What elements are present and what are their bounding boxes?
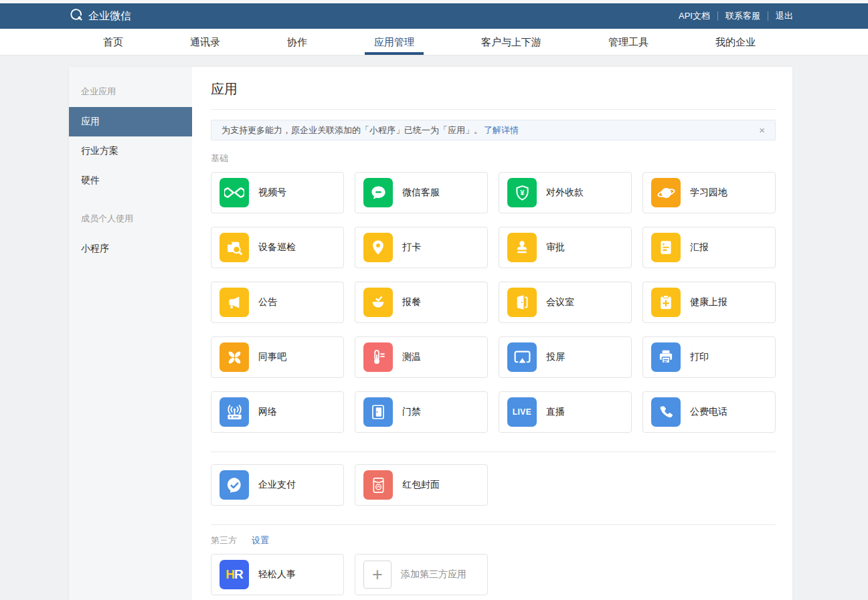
content-container: 企业应用应用行业方案硬件成员个人使用小程序 应用 为支持更多能力，原企业关联添加… (69, 67, 792, 600)
app-card-easy-hr[interactable]: HR轻松人事 (211, 554, 344, 595)
sidebar-item-mini-programs[interactable]: 小程序 (69, 234, 192, 264)
app-card-label: 学习园地 (690, 187, 727, 199)
brand[interactable]: 企业微信 (69, 7, 131, 25)
topbar-link-logout[interactable]: 退出 (768, 11, 793, 21)
chat-bubble-icon (363, 178, 393, 207)
tab-collaboration[interactable]: 协作 (278, 29, 317, 55)
router-icon (220, 397, 249, 427)
app-card-door-access[interactable]: 门禁 (355, 391, 488, 433)
app-card-label: 企业支付 (258, 479, 296, 491)
app-card-meal-order[interactable]: 报餐 (355, 282, 488, 323)
notice-banner: 为支持更多能力，原企业关联添加的「小程序」已统一为「应用」。 了解详情 × (211, 120, 776, 140)
app-card-red-packet-cover[interactable]: 红包封面 (355, 464, 488, 506)
app-card-label: 投屏 (546, 351, 565, 363)
phone-icon (651, 397, 681, 427)
svg-text:¥: ¥ (520, 188, 525, 196)
app-card-label: 直播 (546, 406, 565, 418)
app-card-enterprise-pay[interactable]: 企业支付 (211, 464, 344, 506)
app-card-label: 设备巡检 (258, 241, 296, 254)
app-card-label: 健康上报 (690, 296, 727, 308)
sidebar-group-header: 成员个人使用 (69, 209, 192, 234)
app-card-channels[interactable]: 视频号 (211, 172, 344, 213)
wechat-work-logo-icon (69, 7, 84, 25)
report-doc-icon (651, 233, 681, 262)
sidebar-group-0: 企业应用应用行业方案硬件 (69, 82, 192, 195)
channels-icon (220, 178, 249, 207)
app-card-announcement[interactable]: 公告 (211, 282, 344, 323)
app-card-label: 汇报 (690, 241, 709, 254)
app-card-paid-call[interactable]: 公费电话 (642, 391, 776, 433)
third-party-settings-link[interactable]: 设置 (252, 534, 269, 546)
camera-inspect-icon (220, 233, 249, 262)
app-card-work-report[interactable]: 汇报 (642, 227, 776, 268)
app-card-label: 测温 (402, 351, 421, 363)
sidebar-group-header: 企业应用 (69, 82, 192, 107)
app-card-label: 网络 (258, 406, 277, 418)
pay-bubble-icon (220, 470, 249, 500)
app-card-meeting-room[interactable]: 会议室 (499, 282, 632, 323)
pinwheel-icon (220, 342, 249, 372)
app-card-label: 红包封面 (402, 479, 440, 491)
tab-home[interactable]: 首页 (94, 29, 133, 55)
topbar-links: API文档联系客服退出 (671, 11, 793, 21)
app-card-learning-campus[interactable]: 学习园地 (642, 172, 776, 213)
main-nav: 首页通讯录协作应用管理客户与上下游管理工具我的企业 (0, 29, 868, 56)
app-card-colleague-bar[interactable]: 同事吧 (211, 336, 344, 378)
app-card-health-report[interactable]: 健康上报 (642, 282, 776, 323)
tab-customers[interactable]: 客户与上下游 (472, 29, 551, 55)
tab-my-enterprise[interactable]: 我的企业 (706, 29, 765, 55)
sidebar-group-1: 成员个人使用小程序 (69, 209, 192, 264)
app-card-network[interactable]: 网络 (211, 391, 344, 433)
notice-learn-more-link[interactable]: 了解详情 (484, 124, 519, 136)
door-access-icon (363, 397, 393, 427)
hr-logo-icon: HR (220, 560, 249, 589)
app-card-label: 打卡 (402, 241, 421, 254)
printer-icon (651, 342, 681, 372)
app-card-label: 对外收款 (546, 187, 584, 199)
tab-admin-tools[interactable]: 管理工具 (599, 29, 658, 55)
app-card-approval[interactable]: 审批 (499, 227, 632, 268)
app-card-label: 轻松人事 (258, 569, 296, 581)
section-divider (211, 452, 776, 452)
topbar-link-contact-support[interactable]: 联系客服 (717, 11, 768, 21)
topbar-link-api-docs[interactable]: API文档 (671, 11, 717, 21)
red-packet-icon (363, 470, 393, 500)
brand-name: 企业微信 (88, 9, 131, 23)
app-card-wechat-customer-service[interactable]: 微信客服 (355, 172, 488, 213)
app-card-label: 公费电话 (690, 406, 727, 418)
megaphone-icon (220, 288, 249, 317)
app-card-label: 公告 (258, 296, 277, 308)
app-card-screen-cast[interactable]: 投屏 (499, 336, 632, 378)
app-card-equipment-inspection[interactable]: 设备巡检 (211, 227, 344, 268)
thermometer-icon (363, 342, 393, 372)
close-icon[interactable]: × (759, 125, 765, 135)
notice-text: 为支持更多能力，原企业关联添加的「小程序」已统一为「应用」。 (222, 124, 483, 136)
app-card-label: 会议室 (546, 296, 574, 308)
app-card-print[interactable]: 打印 (642, 336, 776, 378)
app-card-label: 微信客服 (402, 187, 440, 199)
third-party-divider (211, 524, 776, 525)
third-party-header: 第三方 设置 (211, 534, 776, 546)
base-app-grid: 视频号微信客服¥对外收款学习园地设备巡检打卡审批汇报公告报餐会议室健康上报同事吧… (211, 172, 776, 433)
extra-app-grid: 企业支付红包封面 (211, 464, 776, 506)
shield-yuan-icon: ¥ (507, 178, 537, 207)
tab-app-management[interactable]: 应用管理 (365, 29, 424, 55)
base-section-label: 基础 (211, 153, 776, 165)
sidebar-item-hardware[interactable]: 硬件 (69, 166, 192, 195)
app-card-live[interactable]: LIVE直播 (499, 391, 632, 433)
meeting-door-icon (507, 288, 537, 317)
app-card-temperature[interactable]: 测温 (355, 336, 488, 378)
app-card-label: 视频号 (258, 187, 286, 199)
sidebar-item-apps[interactable]: 应用 (69, 107, 192, 136)
app-card-label: 打印 (690, 351, 709, 363)
sidebar-item-industry-solutions[interactable]: 行业方案 (69, 136, 192, 166)
add-third-party-app-button[interactable]: +添加第三方应用 (355, 554, 488, 595)
main-panel: 应用 为支持更多能力，原企业关联添加的「小程序」已统一为「应用」。 了解详情 ×… (192, 67, 792, 600)
app-card-external-payment[interactable]: ¥对外收款 (499, 172, 632, 213)
meal-bowl-icon (363, 288, 393, 317)
app-card-check-in[interactable]: 打卡 (355, 227, 488, 268)
location-pin-icon (363, 233, 393, 262)
third-party-label: 第三方 (211, 534, 237, 546)
page-title: 应用 (211, 80, 776, 110)
tab-contacts[interactable]: 通讯录 (181, 29, 230, 55)
